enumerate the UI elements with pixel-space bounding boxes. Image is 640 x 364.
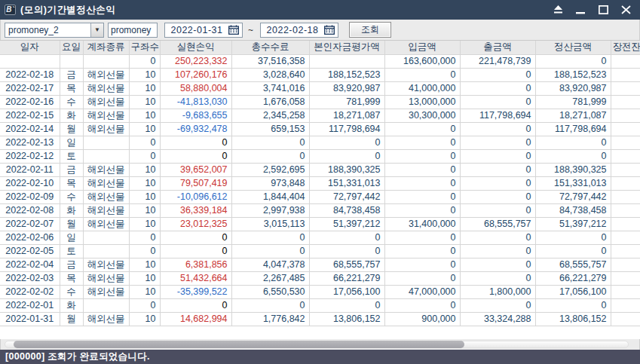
cell-pre-market-balance: [611, 271, 640, 285]
date-to-field[interactable]: 2022-02-18: [260, 23, 338, 38]
cell-account-count: 0: [129, 298, 160, 312]
cell-weekday: 화: [60, 298, 83, 312]
cell-date: 2022-02-03: [0, 271, 60, 285]
column-header-weekday[interactable]: 요일: [60, 41, 83, 54]
cell-date: 2022-02-04: [0, 258, 60, 271]
cell-pre-market-balance: [611, 231, 640, 244]
maximize-icon[interactable]: [595, 3, 611, 17]
column-header-deposit[interactable]: 입금액: [384, 41, 460, 54]
horizontal-scrollbar[interactable]: [0, 339, 640, 350]
table-row[interactable]: 2022-02-05토0000000: [0, 244, 640, 258]
cell-withdrawal: 1,800,000: [460, 285, 535, 298]
table-row[interactable]: 2022-02-08화해외선물1036,339,1842,997,93884,7…: [0, 203, 640, 217]
cell-total-fee: 3,028,640: [231, 68, 309, 81]
cell-date: 2022-02-05: [0, 244, 60, 258]
cell-pre-market-balance: [611, 149, 640, 163]
cell-account-type: [83, 149, 129, 163]
cell-total-fee: 37,516,358: [231, 54, 309, 68]
column-header-pre-market-balance[interactable]: 장전잔: [611, 41, 640, 54]
cell-total-fee: 2,997,938: [231, 203, 309, 217]
date-from-field[interactable]: 2022-01-31: [164, 23, 243, 38]
column-header-account-count[interactable]: 구좌수: [129, 41, 160, 54]
table-row[interactable]: 2022-02-12토0000000: [0, 149, 640, 163]
cell-total-fee: 2,267,485: [231, 271, 309, 285]
cell-deposit: 0: [384, 258, 460, 271]
table-row[interactable]: 2022-02-07월해외선물1023,012,3253,015,11351,3…: [0, 217, 640, 231]
calendar-icon[interactable]: [324, 25, 338, 35]
cell-date: 2022-02-17: [0, 81, 60, 95]
cell-pre-market-balance: [611, 81, 640, 95]
table-row[interactable]: 2022-02-17목해외선물1058,880,0043,741,01683,9…: [0, 81, 640, 95]
cell-weekday: 월: [60, 122, 83, 136]
upload-icon[interactable]: [550, 3, 566, 17]
cell-withdrawal: 68,555,757: [460, 217, 535, 231]
cell-weekday: 수: [60, 285, 83, 298]
column-header-settlement[interactable]: 정산금액: [535, 41, 611, 54]
cell-account-count: 10: [129, 190, 160, 203]
cell-realized-pnl: 6,381,856: [160, 258, 231, 271]
cell-account-type: 해외선물: [83, 122, 129, 136]
cell-pre-market-balance: [611, 176, 640, 190]
cell-total-fee: 0: [231, 298, 309, 312]
scrollbar-thumb[interactable]: [14, 341, 464, 348]
cell-account-type: 해외선물: [83, 258, 129, 271]
cell-account-count: 10: [129, 122, 160, 136]
cell-date: 2022-02-09: [0, 190, 60, 203]
column-header-own-funds-value[interactable]: 본인자금평가액: [309, 41, 384, 54]
table-row[interactable]: 2022-02-10목해외선물1079,507,419973,848151,33…: [0, 176, 640, 190]
table-row[interactable]: 2022-02-04금해외선물106,381,8564,047,37868,55…: [0, 258, 640, 271]
cell-realized-pnl: 23,012,325: [160, 217, 231, 231]
cell-withdrawal: 0: [460, 163, 535, 176]
close-icon[interactable]: [617, 3, 634, 17]
cell-own-funds-value: 0: [309, 149, 384, 163]
column-header-withdrawal[interactable]: 출금액: [460, 41, 535, 54]
cell-settlement: 72,797,442: [535, 190, 611, 203]
cell-deposit: 163,600,000: [384, 54, 460, 68]
table-row[interactable]: 2022-02-03목해외선물1051,432,6642,267,48566,2…: [0, 271, 640, 285]
calendar-icon[interactable]: [228, 25, 242, 35]
cell-account-count: 10: [129, 312, 160, 326]
table-row[interactable]: 2022-02-18금해외선물10107,260,1763,028,640188…: [0, 68, 640, 81]
cell-withdrawal: 0: [460, 258, 535, 271]
table-row[interactable]: 2022-02-16수해외선물10-41,813,0301,676,058781…: [0, 95, 640, 109]
cell-settlement: 0: [535, 136, 611, 149]
account-input[interactable]: [108, 23, 158, 38]
table-row[interactable]: 2022-02-13일0000000: [0, 136, 640, 149]
cell-withdrawal: 0: [460, 190, 535, 203]
table-header-row: 일자요일계좌종류구좌수실현손익총수수료본인자금평가액입금액출금액정산금액장전잔: [0, 41, 640, 54]
table-row[interactable]: 2022-02-14월해외선물10-69,932,478659,153117,7…: [0, 122, 640, 136]
table-row[interactable]: 2022-02-15화해외선물10-9,683,6552,345,25818,2…: [0, 109, 640, 122]
cell-withdrawal: 0: [460, 122, 535, 136]
cell-weekday: 토: [60, 149, 83, 163]
status-bar: [000000] 조회가 완료되었습니다.: [0, 350, 640, 364]
table-row[interactable]: 2022-01-31월해외선물1014,682,9941,776,84213,8…: [0, 312, 640, 326]
settlement-table: 일자요일계좌종류구좌수실현손익총수수료본인자금평가액입금액출금액정산금액장전잔 …: [0, 40, 640, 339]
table-row[interactable]: 2022-02-02수해외선물10-35,399,5226,550,53017,…: [0, 285, 640, 298]
cell-pre-market-balance: [611, 217, 640, 231]
column-header-account-type[interactable]: 계좌종류: [83, 41, 129, 54]
cell-weekday: 화: [60, 203, 83, 217]
cell-deposit: 41,000,000: [384, 81, 460, 95]
cell-withdrawal: 0: [460, 136, 535, 149]
table-row[interactable]: 2022-02-09수해외선물10-10,096,6121,844,40472,…: [0, 190, 640, 203]
minimize-icon[interactable]: [572, 3, 589, 17]
cell-total-fee: 0: [231, 136, 309, 149]
chevron-down-icon[interactable]: ▼: [90, 23, 103, 37]
account-select[interactable]: promoney_2 ▼: [5, 23, 104, 38]
column-header-realized-pnl[interactable]: 실현손익: [160, 41, 231, 54]
table-row[interactable]: 0250,223,33237,516,358163,600,000221,478…: [0, 54, 640, 68]
table-row[interactable]: 2022-02-11금해외선물1039,652,0072,592,695188,…: [0, 163, 640, 176]
column-header-total-fee[interactable]: 총수수료: [231, 41, 309, 54]
table-row[interactable]: 2022-02-06일0000000: [0, 231, 640, 244]
cell-account-count: 10: [129, 285, 160, 298]
cell-account-count: 10: [129, 163, 160, 176]
cell-own-funds-value: 17,056,100: [309, 285, 384, 298]
cell-settlement: 83,920,987: [535, 81, 611, 95]
cell-weekday: 금: [60, 68, 83, 81]
cell-weekday: 금: [60, 258, 83, 271]
cell-account-count: 10: [129, 176, 160, 190]
query-button[interactable]: 조회: [349, 22, 391, 38]
table-row[interactable]: 2022-02-01화0000000: [0, 298, 640, 312]
column-header-date[interactable]: 일자: [0, 41, 60, 54]
cell-pre-market-balance: [611, 203, 640, 217]
